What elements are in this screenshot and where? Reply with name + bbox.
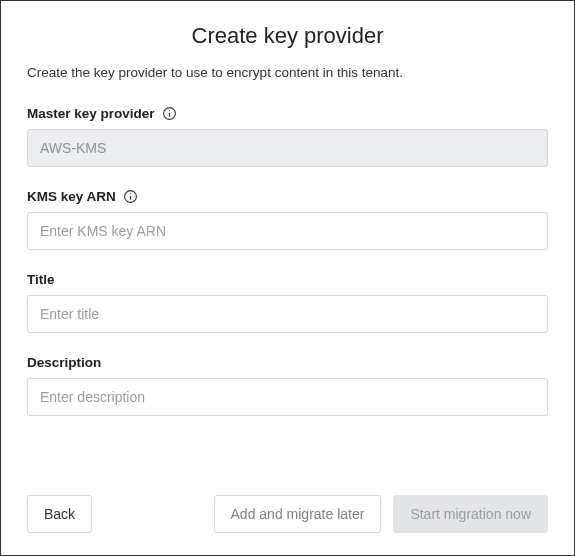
title-input[interactable] [27,295,548,333]
svg-point-1 [169,110,170,111]
back-button[interactable]: Back [27,495,92,533]
dialog-title: Create key provider [27,23,548,49]
svg-point-4 [130,193,131,194]
field-kms-key-arn: KMS key ARN [27,189,548,250]
start-migration-now-button[interactable]: Start migration now [393,495,548,533]
field-master-key-provider: Master key provider [27,106,548,167]
master-key-provider-label: Master key provider [27,106,155,121]
kms-key-arn-input[interactable] [27,212,548,250]
info-icon[interactable] [162,106,177,121]
field-description: Description [27,355,548,416]
master-key-provider-input [27,129,548,167]
field-title: Title [27,272,548,333]
add-and-migrate-later-button[interactable]: Add and migrate later [214,495,382,533]
title-label: Title [27,272,55,287]
kms-key-arn-label: KMS key ARN [27,189,116,204]
description-input[interactable] [27,378,548,416]
description-label: Description [27,355,101,370]
info-icon[interactable] [123,189,138,204]
dialog-subtitle: Create the key provider to use to encryp… [27,65,548,80]
dialog-footer: Back Add and migrate later Start migrati… [27,485,548,533]
create-key-provider-dialog: Create key provider Create the key provi… [0,0,575,556]
